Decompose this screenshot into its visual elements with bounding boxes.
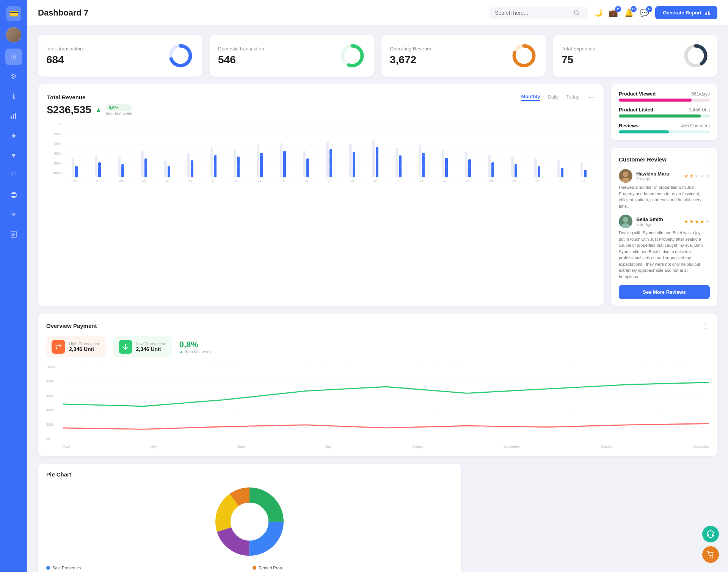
search-input[interactable] — [495, 10, 571, 16]
progress-fill-viewed — [619, 99, 692, 102]
sidebar-item-star[interactable]: ★ — [5, 127, 22, 144]
reviews-header: Customer Review ⋮ — [619, 155, 710, 164]
x-label: 20 — [388, 179, 410, 183]
bell-badge: 12 — [631, 6, 637, 12]
svg-point-42 — [707, 531, 714, 538]
bell-icon[interactable]: 🔔 12 — [624, 8, 634, 17]
svg-line-11 — [578, 14, 579, 15]
bar-blue — [399, 155, 402, 177]
review-text-0: I viewed a number of properties with Jus… — [619, 184, 710, 209]
high-label: High Transaction — [69, 342, 100, 346]
reviews-title: Customer Review — [619, 156, 667, 163]
bars-container — [64, 122, 595, 177]
line-chart-x-labels: April May June July August September Oct… — [63, 443, 709, 448]
bar-gray — [511, 157, 514, 177]
legend-dot-sale — [46, 566, 50, 570]
reviewer-name-0: Hawkins Maru — [636, 171, 669, 177]
bar-group — [526, 122, 548, 177]
bar-group — [341, 122, 363, 177]
x-label: 18 — [341, 179, 363, 183]
svg-rect-0 — [11, 116, 12, 119]
reviews-more-icon[interactable]: ⋮ — [702, 155, 710, 164]
bar-group — [411, 122, 433, 177]
donut-revenue — [511, 42, 537, 69]
bar-gray — [164, 160, 167, 177]
stat-cards: Inter. transaction 684 Domestic transact… — [38, 35, 717, 77]
sidebar-item-notes[interactable] — [5, 226, 22, 243]
svg-rect-2 — [15, 113, 16, 119]
sidebar-item-analytics[interactable] — [5, 108, 22, 124]
payment-badge-sub: ▲ than last week — [179, 349, 212, 354]
tab-today[interactable]: Today — [566, 94, 579, 100]
sidebar-item-settings[interactable]: ⚙ — [5, 68, 22, 85]
payment-header: Overview Payment ⋮ — [46, 321, 709, 330]
stat-value-inter: 684 — [46, 54, 83, 66]
cart-float-button[interactable] — [702, 546, 719, 563]
sidebar: 💳 ⊞ ⚙ ℹ ★ ♥ ♡ ≡ — [0, 0, 27, 572]
sidebar-item-dashboard[interactable]: ⊞ — [5, 49, 22, 65]
stat-card-expenses: Total Expenses 75 — [553, 35, 717, 77]
sidebar-item-list[interactable]: ≡ — [5, 206, 22, 223]
line-chart-area: 1000k 800k 600k 400k 200k 0k — [46, 365, 709, 448]
stat-label-revenue: Operating Revenue — [390, 46, 433, 52]
reviews-card: Customer Review ⋮ Hawkins Maru — [611, 148, 717, 306]
bar-gray — [234, 149, 236, 177]
bar-gray — [303, 151, 306, 177]
headphone-icon — [706, 530, 715, 538]
content: Inter. transaction 684 Domestic transact… — [27, 26, 728, 572]
progress-fill-reviews — [619, 130, 669, 133]
bar-gray — [349, 144, 352, 177]
bar-group — [295, 122, 317, 177]
payment-badge-area: 0,8% ▲ than last week — [179, 336, 212, 357]
exchange-icon — [55, 343, 62, 351]
generate-report-button[interactable]: Generate Report — [655, 6, 717, 19]
revenue-more-icon[interactable]: ⋯ — [587, 92, 595, 102]
search-bar[interactable] — [490, 7, 588, 19]
metrics-card: Product Viewed 561/days Product Listed 3… — [611, 84, 717, 140]
review-text-1: Dealing with Syamsudin and Bakri was a j… — [619, 230, 710, 280]
high-value: 2,346 Unit — [69, 346, 100, 352]
bar-blue — [422, 153, 425, 177]
bar-group — [549, 122, 571, 177]
bar-blue — [144, 158, 147, 177]
reviewer-avatar-0 — [619, 169, 632, 183]
revenue-title: Total Revenue — [47, 94, 85, 100]
tab-daily[interactable]: Daily — [548, 94, 559, 100]
x-label: 11 — [179, 179, 201, 183]
chat-icon[interactable]: 💬 5 — [640, 8, 649, 17]
bar-group — [272, 122, 294, 177]
sidebar-item-heart[interactable]: ♥ — [5, 147, 22, 164]
svg-point-44 — [712, 557, 713, 558]
bar-group — [457, 122, 479, 177]
bar-group — [503, 122, 525, 177]
x-label: 17 — [318, 179, 340, 183]
theme-toggle[interactable]: 🌙 — [594, 9, 602, 17]
sidebar-item-heart2[interactable]: ♡ — [5, 167, 22, 183]
bar-group — [573, 122, 595, 177]
bar-group — [388, 122, 410, 177]
bar-blue — [260, 153, 263, 177]
chat-badge: 5 — [646, 6, 652, 12]
low-label: Low Transaction — [136, 342, 166, 346]
bar-gray — [187, 153, 190, 177]
reviewer-time-0: 5m ago — [636, 177, 669, 181]
user-avatar[interactable] — [6, 27, 21, 42]
sidebar-item-info[interactable]: ℹ — [5, 88, 22, 105]
payment-more-icon[interactable]: ⋮ — [701, 321, 709, 330]
bar-blue — [283, 151, 286, 177]
bar-gray — [280, 143, 282, 177]
bar-group — [249, 122, 271, 177]
bar-gray — [72, 158, 74, 177]
see-more-reviews-button[interactable]: See More Reviews — [619, 285, 710, 299]
x-label: 06 — [64, 179, 86, 183]
bar-blue — [237, 157, 240, 177]
x-labels: 0607080910111213141516171819202122232425… — [64, 179, 595, 183]
tab-monthly[interactable]: Monthly — [521, 94, 540, 101]
wallet-icon[interactable]: 💼 2 — [609, 8, 618, 17]
sidebar-item-print[interactable] — [5, 186, 22, 203]
support-float-button[interactable] — [702, 526, 719, 542]
x-label: 19 — [364, 179, 386, 183]
bar-gray — [372, 139, 375, 177]
bar-gray — [326, 141, 329, 177]
stat-card-inter: Inter. transaction 684 — [38, 35, 202, 77]
